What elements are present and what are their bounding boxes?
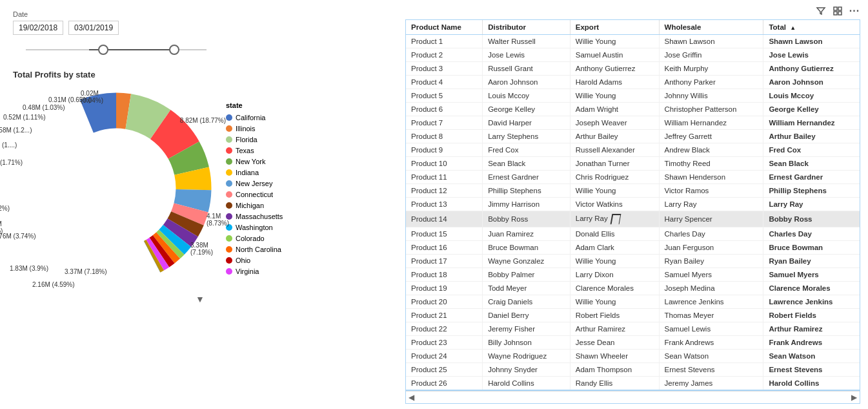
chart-area: 8.82M (18.77%) 4.1M(8.73%) 3.38M(7.19%) …	[13, 85, 387, 291]
cell-row9-col2: Jonathan Turner	[570, 157, 659, 171]
cell-row13-col3: Harry Spencer	[659, 211, 763, 227]
table-row[interactable]: Product 21Daniel BerryRobert FieldsThoma…	[406, 309, 860, 322]
label-virginia: 0.48M (1.03%)	[23, 104, 65, 111]
filter-icon[interactable]	[815, 5, 827, 17]
cell-row5-col1: George Kelley	[483, 103, 570, 116]
scroll-left-arrow[interactable]: ◀	[409, 393, 414, 402]
cell-row18-col4: Clarence Morales	[763, 282, 860, 295]
chart-scroll-down[interactable]: ▼	[13, 294, 387, 304]
date-slider[interactable]	[13, 40, 219, 59]
cell-row24-col3: Ernest Stevens	[659, 363, 763, 377]
cell-row6-col2: Joseph Weaver	[570, 116, 659, 130]
cell-row17-col3: Samuel Myers	[659, 268, 763, 282]
slider-track	[26, 49, 207, 50]
table-row[interactable]: Product 18Bobby PalmerLarry DixonSamuel …	[406, 268, 860, 282]
table-row[interactable]: Product 3Russell GrantAnthony GutierrezK…	[406, 62, 860, 76]
legend-label-colorado: Colorado	[236, 235, 265, 242]
cell-row2-col4: Anthony Gutierrez	[763, 62, 860, 76]
date-start[interactable]: 19/02/2018	[13, 21, 63, 35]
cell-row4-col0: Product 5	[406, 89, 483, 103]
cell-row18-col2: Clarence Morales	[570, 282, 659, 295]
table-row[interactable]: Product 9Fred CoxRussell AlexanderAndrew…	[406, 143, 860, 157]
legend-label-texas: Texas	[236, 147, 254, 154]
table-row[interactable]: Product 8Larry StephensArthur BaileyJeff…	[406, 130, 860, 143]
cell-row0-col0: Product 1	[406, 35, 483, 48]
table-row[interactable]: Product 10Sean BlackJonathan TurnerTimot…	[406, 157, 860, 171]
svg-point-17	[61, 133, 171, 243]
table-row[interactable]: Product 22Jeremy FisherArthur RamirezSam…	[406, 322, 860, 336]
legend-dot-ohio	[226, 257, 232, 264]
cell-row21-col1: Jeremy Fisher	[483, 322, 570, 336]
table-row[interactable]: Product 20Craig DanielsWillie YoungLawre…	[406, 295, 860, 309]
scroll-right-arrow[interactable]: ▶	[851, 393, 857, 402]
cell-row14-col2: Donald Ellis	[570, 227, 659, 241]
cell-row3-col2: Harold Adams	[570, 76, 659, 89]
cell-row7-col0: Product 8	[406, 130, 483, 143]
slider-thumb-left[interactable]	[98, 45, 108, 55]
legend-label-newyork: New York	[236, 158, 265, 165]
cell-row6-col1: David Harper	[483, 116, 570, 130]
cell-row18-col3: Joseph Medina	[659, 282, 763, 295]
cell-row12-col4: Larry Ray	[763, 198, 860, 211]
label-california: 8.82M (18.77%)	[180, 117, 226, 124]
more-options-icon[interactable]: ···	[849, 5, 860, 17]
legend-dot-florida	[226, 136, 232, 143]
table-row[interactable]: Product 13Jimmy HarrisonVictor WatkinsLa…	[406, 198, 860, 211]
cell-row16-col4: Ryan Bailey	[763, 255, 860, 268]
table-row[interactable]: Product 19Todd MeyerClarence MoralesJose…	[406, 282, 860, 295]
layout-icon[interactable]	[832, 5, 843, 17]
table-row[interactable]: Product 6George KelleyAdam WrightChristo…	[406, 103, 860, 116]
table-body: Product 1Walter RussellWillie YoungShawn…	[406, 35, 860, 391]
cell-row23-col2: Shawn Wheeler	[570, 350, 659, 363]
cell-row4-col2: Willie Young	[570, 89, 659, 103]
table-row[interactable]: Product 15Juan RamirezDonald EllisCharle…	[406, 227, 860, 241]
slider-thumb-right[interactable]	[169, 45, 179, 55]
cell-row16-col3: Ryan Bailey	[659, 255, 763, 268]
table-row[interactable]: Product 14Bobby RossLarry Ray Harry Spen…	[406, 211, 860, 227]
donut-chart[interactable]: 8.82M (18.77%) 4.1M(8.73%) 3.38M(7.19%) …	[13, 85, 219, 291]
table-row[interactable]: Product 24Wayne RodriguezShawn WheelerSe…	[406, 350, 860, 363]
cell-row7-col1: Larry Stephens	[483, 130, 570, 143]
legend-label-connecticut: Connecticut	[236, 191, 273, 198]
cell-row2-col0: Product 3	[406, 62, 483, 76]
table-row[interactable]: Product 7David HarperJoseph WeaverWillia…	[406, 116, 860, 130]
table-row[interactable]: Product 5Louis MccoyWillie YoungJohnny W…	[406, 89, 860, 103]
table-row[interactable]: Product 17Wayne GonzalezWillie YoungRyan…	[406, 255, 860, 268]
svg-rect-21	[838, 12, 842, 15]
cell-row3-col0: Product 4	[406, 76, 483, 89]
table-row[interactable]: Product 2Jose LewisSamuel AustinJose Gri…	[406, 48, 860, 62]
cell-row19-col0: Product 20	[406, 295, 483, 309]
table-row[interactable]: Product 25Johnny SnyderAdam ThompsonErne…	[406, 363, 860, 377]
cell-row14-col3: Charles Day	[659, 227, 763, 241]
cell-row12-col2: Victor Watkins	[570, 198, 659, 211]
cell-row6-col4: William Hernandez	[763, 116, 860, 130]
table-row[interactable]: Product 23Billy JohnsonJesse DeanFrank A…	[406, 336, 860, 350]
label-colorado: 0.7... (1....)	[0, 142, 17, 149]
table-row[interactable]: Product 12Phillip StephensWillie YoungVi…	[406, 184, 860, 198]
cell-row3-col4: Aaron Johnson	[763, 76, 860, 89]
legend-label-michigan: Michigan	[236, 202, 264, 209]
table-scroll-area[interactable]: Product Name Distributor Export Wholesal…	[406, 20, 860, 391]
legend-item-virginia: Virginia	[226, 267, 283, 275]
svg-rect-19	[838, 7, 842, 10]
legend-item-newjersey: New Jersey	[226, 180, 283, 187]
date-end[interactable]: 03/01/2019	[68, 21, 119, 35]
cell-row7-col2: Arthur Bailey	[570, 130, 659, 143]
cell-row15-col1: Bruce Bowman	[483, 241, 570, 255]
legend-label-florida: Florida	[236, 136, 257, 143]
table-row[interactable]: Product 11Ernest GardnerChris RodriguezS…	[406, 171, 860, 184]
legend-item-michigan: Michigan	[226, 202, 283, 209]
cell-row20-col0: Product 21	[406, 309, 483, 322]
table-row[interactable]: Product 16Bruce BowmanAdam ClarkJuan Fer…	[406, 241, 860, 255]
table-scroll-controls: ◀ ▶	[406, 391, 860, 403]
table-row[interactable]: Product 1Walter RussellWillie YoungShawn…	[406, 35, 860, 48]
table-row[interactable]: Product 4Aaron JohnsonHarold AdamsAnthon…	[406, 76, 860, 89]
table-row[interactable]: Product 26Harold CollinsRandy EllisJerem…	[406, 377, 860, 391]
cell-row24-col0: Product 25	[406, 363, 483, 377]
cell-row21-col0: Product 22	[406, 322, 483, 336]
legend-item-ohio: Ohio	[226, 257, 283, 264]
legend-item-newyork: New York	[226, 158, 283, 165]
legend-item-connecticut: Connecticut	[226, 191, 283, 198]
label-florida: 3.38M(7.19%)	[190, 242, 213, 256]
date-label: Date	[13, 10, 387, 18]
